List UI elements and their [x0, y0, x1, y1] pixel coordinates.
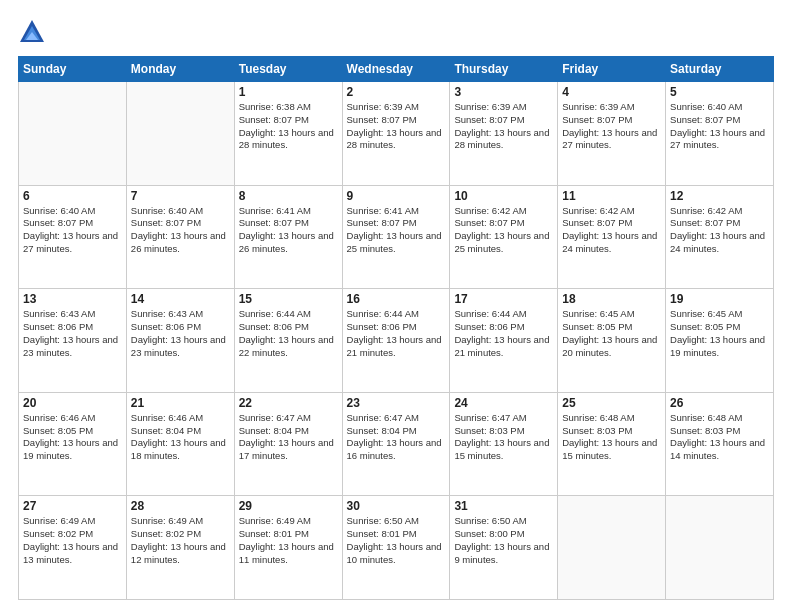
day-number: 31	[454, 499, 553, 513]
calendar-cell	[558, 496, 666, 600]
day-number: 2	[347, 85, 446, 99]
calendar-cell: 19Sunrise: 6:45 AM Sunset: 8:05 PM Dayli…	[666, 289, 774, 393]
calendar-cell: 12Sunrise: 6:42 AM Sunset: 8:07 PM Dayli…	[666, 185, 774, 289]
calendar-cell: 5Sunrise: 6:40 AM Sunset: 8:07 PM Daylig…	[666, 82, 774, 186]
day-number: 30	[347, 499, 446, 513]
calendar-cell: 22Sunrise: 6:47 AM Sunset: 8:04 PM Dayli…	[234, 392, 342, 496]
day-number: 8	[239, 189, 338, 203]
calendar-cell: 11Sunrise: 6:42 AM Sunset: 8:07 PM Dayli…	[558, 185, 666, 289]
day-number: 1	[239, 85, 338, 99]
calendar-cell: 14Sunrise: 6:43 AM Sunset: 8:06 PM Dayli…	[126, 289, 234, 393]
week-row-0: 1Sunrise: 6:38 AM Sunset: 8:07 PM Daylig…	[19, 82, 774, 186]
day-number: 4	[562, 85, 661, 99]
calendar-cell: 30Sunrise: 6:50 AM Sunset: 8:01 PM Dayli…	[342, 496, 450, 600]
week-row-3: 20Sunrise: 6:46 AM Sunset: 8:05 PM Dayli…	[19, 392, 774, 496]
day-number: 16	[347, 292, 446, 306]
weekday-header-wednesday: Wednesday	[342, 57, 450, 82]
calendar-cell: 16Sunrise: 6:44 AM Sunset: 8:06 PM Dayli…	[342, 289, 450, 393]
cell-daylight-info: Sunrise: 6:46 AM Sunset: 8:05 PM Dayligh…	[23, 412, 122, 463]
calendar-cell: 7Sunrise: 6:40 AM Sunset: 8:07 PM Daylig…	[126, 185, 234, 289]
cell-daylight-info: Sunrise: 6:42 AM Sunset: 8:07 PM Dayligh…	[562, 205, 661, 256]
cell-daylight-info: Sunrise: 6:42 AM Sunset: 8:07 PM Dayligh…	[670, 205, 769, 256]
calendar-cell: 26Sunrise: 6:48 AM Sunset: 8:03 PM Dayli…	[666, 392, 774, 496]
day-number: 12	[670, 189, 769, 203]
week-row-4: 27Sunrise: 6:49 AM Sunset: 8:02 PM Dayli…	[19, 496, 774, 600]
calendar-cell: 17Sunrise: 6:44 AM Sunset: 8:06 PM Dayli…	[450, 289, 558, 393]
calendar-cell: 2Sunrise: 6:39 AM Sunset: 8:07 PM Daylig…	[342, 82, 450, 186]
calendar-cell: 4Sunrise: 6:39 AM Sunset: 8:07 PM Daylig…	[558, 82, 666, 186]
day-number: 9	[347, 189, 446, 203]
calendar-cell: 6Sunrise: 6:40 AM Sunset: 8:07 PM Daylig…	[19, 185, 127, 289]
calendar-cell: 21Sunrise: 6:46 AM Sunset: 8:04 PM Dayli…	[126, 392, 234, 496]
weekday-header-monday: Monday	[126, 57, 234, 82]
day-number: 24	[454, 396, 553, 410]
cell-daylight-info: Sunrise: 6:49 AM Sunset: 8:02 PM Dayligh…	[23, 515, 122, 566]
week-row-1: 6Sunrise: 6:40 AM Sunset: 8:07 PM Daylig…	[19, 185, 774, 289]
cell-daylight-info: Sunrise: 6:50 AM Sunset: 8:00 PM Dayligh…	[454, 515, 553, 566]
calendar-cell: 31Sunrise: 6:50 AM Sunset: 8:00 PM Dayli…	[450, 496, 558, 600]
calendar-cell: 23Sunrise: 6:47 AM Sunset: 8:04 PM Dayli…	[342, 392, 450, 496]
calendar-cell: 8Sunrise: 6:41 AM Sunset: 8:07 PM Daylig…	[234, 185, 342, 289]
day-number: 17	[454, 292, 553, 306]
calendar-cell: 27Sunrise: 6:49 AM Sunset: 8:02 PM Dayli…	[19, 496, 127, 600]
day-number: 20	[23, 396, 122, 410]
calendar-cell: 13Sunrise: 6:43 AM Sunset: 8:06 PM Dayli…	[19, 289, 127, 393]
day-number: 13	[23, 292, 122, 306]
calendar-body: 1Sunrise: 6:38 AM Sunset: 8:07 PM Daylig…	[19, 82, 774, 600]
calendar: SundayMondayTuesdayWednesdayThursdayFrid…	[18, 56, 774, 600]
day-number: 25	[562, 396, 661, 410]
calendar-cell: 10Sunrise: 6:42 AM Sunset: 8:07 PM Dayli…	[450, 185, 558, 289]
day-number: 29	[239, 499, 338, 513]
day-number: 27	[23, 499, 122, 513]
cell-daylight-info: Sunrise: 6:41 AM Sunset: 8:07 PM Dayligh…	[347, 205, 446, 256]
weekday-header-saturday: Saturday	[666, 57, 774, 82]
day-number: 10	[454, 189, 553, 203]
weekday-header: SundayMondayTuesdayWednesdayThursdayFrid…	[19, 57, 774, 82]
day-number: 26	[670, 396, 769, 410]
calendar-cell: 3Sunrise: 6:39 AM Sunset: 8:07 PM Daylig…	[450, 82, 558, 186]
day-number: 11	[562, 189, 661, 203]
cell-daylight-info: Sunrise: 6:43 AM Sunset: 8:06 PM Dayligh…	[23, 308, 122, 359]
cell-daylight-info: Sunrise: 6:44 AM Sunset: 8:06 PM Dayligh…	[239, 308, 338, 359]
cell-daylight-info: Sunrise: 6:45 AM Sunset: 8:05 PM Dayligh…	[562, 308, 661, 359]
day-number: 5	[670, 85, 769, 99]
cell-daylight-info: Sunrise: 6:47 AM Sunset: 8:03 PM Dayligh…	[454, 412, 553, 463]
cell-daylight-info: Sunrise: 6:41 AM Sunset: 8:07 PM Dayligh…	[239, 205, 338, 256]
cell-daylight-info: Sunrise: 6:40 AM Sunset: 8:07 PM Dayligh…	[23, 205, 122, 256]
cell-daylight-info: Sunrise: 6:49 AM Sunset: 8:01 PM Dayligh…	[239, 515, 338, 566]
day-number: 15	[239, 292, 338, 306]
calendar-cell: 25Sunrise: 6:48 AM Sunset: 8:03 PM Dayli…	[558, 392, 666, 496]
header	[18, 18, 774, 46]
day-number: 21	[131, 396, 230, 410]
calendar-cell: 18Sunrise: 6:45 AM Sunset: 8:05 PM Dayli…	[558, 289, 666, 393]
logo	[18, 18, 50, 46]
cell-daylight-info: Sunrise: 6:48 AM Sunset: 8:03 PM Dayligh…	[562, 412, 661, 463]
cell-daylight-info: Sunrise: 6:49 AM Sunset: 8:02 PM Dayligh…	[131, 515, 230, 566]
calendar-cell: 24Sunrise: 6:47 AM Sunset: 8:03 PM Dayli…	[450, 392, 558, 496]
day-number: 22	[239, 396, 338, 410]
day-number: 18	[562, 292, 661, 306]
calendar-cell: 1Sunrise: 6:38 AM Sunset: 8:07 PM Daylig…	[234, 82, 342, 186]
weekday-header-thursday: Thursday	[450, 57, 558, 82]
week-row-2: 13Sunrise: 6:43 AM Sunset: 8:06 PM Dayli…	[19, 289, 774, 393]
calendar-cell: 29Sunrise: 6:49 AM Sunset: 8:01 PM Dayli…	[234, 496, 342, 600]
calendar-cell	[19, 82, 127, 186]
day-number: 14	[131, 292, 230, 306]
calendar-cell	[126, 82, 234, 186]
cell-daylight-info: Sunrise: 6:48 AM Sunset: 8:03 PM Dayligh…	[670, 412, 769, 463]
cell-daylight-info: Sunrise: 6:40 AM Sunset: 8:07 PM Dayligh…	[131, 205, 230, 256]
cell-daylight-info: Sunrise: 6:39 AM Sunset: 8:07 PM Dayligh…	[562, 101, 661, 152]
calendar-cell: 20Sunrise: 6:46 AM Sunset: 8:05 PM Dayli…	[19, 392, 127, 496]
cell-daylight-info: Sunrise: 6:44 AM Sunset: 8:06 PM Dayligh…	[454, 308, 553, 359]
weekday-header-tuesday: Tuesday	[234, 57, 342, 82]
day-number: 3	[454, 85, 553, 99]
day-number: 6	[23, 189, 122, 203]
calendar-cell	[666, 496, 774, 600]
day-number: 7	[131, 189, 230, 203]
weekday-header-friday: Friday	[558, 57, 666, 82]
cell-daylight-info: Sunrise: 6:38 AM Sunset: 8:07 PM Dayligh…	[239, 101, 338, 152]
cell-daylight-info: Sunrise: 6:39 AM Sunset: 8:07 PM Dayligh…	[347, 101, 446, 152]
calendar-cell: 9Sunrise: 6:41 AM Sunset: 8:07 PM Daylig…	[342, 185, 450, 289]
cell-daylight-info: Sunrise: 6:47 AM Sunset: 8:04 PM Dayligh…	[347, 412, 446, 463]
calendar-cell: 15Sunrise: 6:44 AM Sunset: 8:06 PM Dayli…	[234, 289, 342, 393]
